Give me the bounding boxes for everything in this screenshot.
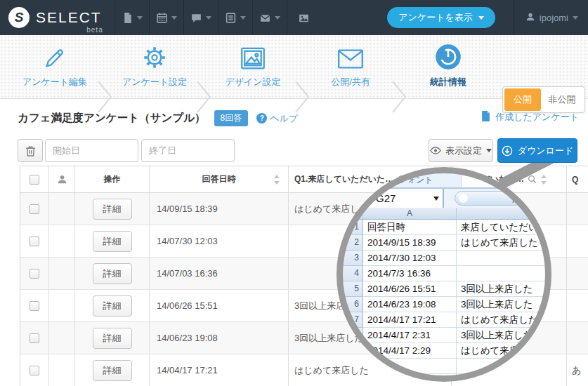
q3-answer xyxy=(567,290,588,321)
navbar-right: アンケートを表示 ipojomi xyxy=(387,0,588,35)
select-all-checkbox[interactable] xyxy=(30,175,39,185)
envelope-icon xyxy=(259,12,271,24)
row-checkbox[interactable] xyxy=(30,237,39,246)
header-response-datetime: 回答日時 xyxy=(150,166,289,192)
sort-icon[interactable] xyxy=(273,175,280,185)
display-settings-button[interactable]: 表示設定 xyxy=(429,139,493,162)
excel-row: 32014/7/30 12:03 xyxy=(342,251,546,266)
brand-beta-label: beta xyxy=(86,26,103,34)
download-icon xyxy=(502,145,513,157)
excel-row: 42014/7/3 16:36 xyxy=(342,266,546,281)
file-icon xyxy=(481,111,490,124)
page-title: カフェ満足度アンケート（サンプル） xyxy=(18,111,206,126)
chevron-down-icon xyxy=(486,149,492,152)
list-icon xyxy=(225,12,237,24)
top-navbar: S SELECTbeta アンケートを表示 xyxy=(0,0,588,35)
magnifier-preview: フォント G27 f A 1回答日時来店していただい… 22014/9/15 1… xyxy=(342,173,546,376)
question-icon: ? xyxy=(256,113,267,124)
start-date-input[interactable] xyxy=(45,139,138,162)
gear-icon xyxy=(105,42,204,70)
table-row: 詳細 14/04/17 17:21 はじめて来店した あ xyxy=(20,354,588,386)
q3-answer: あ xyxy=(567,354,588,386)
response-datetime: 14/06/26 15:51 xyxy=(150,290,289,321)
step-publish-share[interactable]: 公開/共有 xyxy=(301,42,400,88)
q3-answer xyxy=(567,225,588,257)
user-icon xyxy=(57,174,67,185)
nav-calendar-button[interactable] xyxy=(149,0,183,35)
help-link[interactable]: ? ヘルプ xyxy=(256,112,298,125)
response-datetime: 14/07/30 12:03 xyxy=(150,225,289,257)
row-checkbox[interactable] xyxy=(30,333,39,343)
pencil-icon xyxy=(6,42,104,70)
header-user xyxy=(49,166,75,192)
excel-row: 62014/6/23 19:083回以上来店した xyxy=(342,297,546,312)
step-survey-settings[interactable]: アンケート設定 xyxy=(105,42,204,88)
nav-forms-button[interactable] xyxy=(218,0,252,35)
row-checkbox[interactable] xyxy=(30,366,39,375)
logo-icon: S xyxy=(8,7,30,28)
nav-comments-button[interactable] xyxy=(183,0,218,35)
user-icon xyxy=(525,12,535,24)
step-edit-survey[interactable]: アンケート編集 xyxy=(6,42,104,88)
step-design-settings[interactable]: デザイン設定 xyxy=(204,42,302,88)
nav-mail-button[interactable] xyxy=(252,0,287,35)
trash-icon xyxy=(25,145,36,157)
excel-column-a-header: A xyxy=(363,208,457,219)
image-icon xyxy=(298,12,310,24)
title-row: カフェ満足度アンケート（サンプル） 8回答 ? ヘルプ 作成したアンケート xyxy=(0,100,588,136)
chevron-down-icon xyxy=(171,16,177,20)
header-select-all xyxy=(20,166,49,192)
step-statistics[interactable]: 統計情報 xyxy=(399,42,497,88)
chevron-down-icon xyxy=(433,197,439,201)
response-datetime: 14/07/03 16:36 xyxy=(150,258,289,289)
document-icon xyxy=(122,12,133,24)
chevron-down-icon xyxy=(275,16,280,20)
brand-logo[interactable]: S SELECTbeta xyxy=(0,0,115,35)
answer-count-badge: 8回答 xyxy=(214,110,249,126)
envelope-icon xyxy=(301,42,400,70)
pie-chart-icon xyxy=(399,42,497,70)
brand-name: SELECTbeta xyxy=(36,9,102,26)
row-checkbox[interactable] xyxy=(30,269,39,279)
speech-bubble-icon xyxy=(190,12,202,24)
response-datetime: 14/04/17 17:21 xyxy=(150,354,289,386)
delete-button[interactable] xyxy=(18,139,43,162)
detail-button[interactable]: 詳細 xyxy=(93,231,132,252)
download-button[interactable]: ダウンロード xyxy=(497,138,577,163)
app-window: S SELECTbeta アンケートを表示 xyxy=(0,0,588,386)
table-header-row: 操作 回答日時 Q1.来店していただいた… いただいた商… Q xyxy=(20,166,588,193)
eye-icon xyxy=(430,147,441,154)
q3-answer xyxy=(567,193,588,225)
response-datetime: 14/09/15 18:39 xyxy=(150,193,289,225)
q3-answer xyxy=(567,258,588,289)
header-q3: Q xyxy=(567,166,588,192)
row-checkbox[interactable] xyxy=(30,301,39,311)
list-toolbar: 表示設定 ダウンロード xyxy=(0,136,588,166)
created-surveys-link[interactable]: 作成したアンケート xyxy=(481,111,579,124)
workflow-steps-bar: アンケート編集 アンケート設定 デザイン設定 公開/共有 統計情報 公開 非公開 xyxy=(0,35,588,99)
header-operation: 操作 xyxy=(75,166,150,192)
excel-column-headers: A xyxy=(342,208,546,220)
search-icon[interactable] xyxy=(528,175,537,184)
response-datetime: 14/06/23 19:08 xyxy=(150,322,289,354)
username: ipojomi xyxy=(540,13,568,23)
nav-document-button[interactable] xyxy=(115,0,149,35)
chevron-down-icon xyxy=(478,16,484,20)
detail-button[interactable]: 詳細 xyxy=(93,328,132,349)
chevron-down-icon xyxy=(137,16,143,20)
row-checkbox[interactable] xyxy=(30,204,39,214)
excel-row: 1回答日時来店していただい… xyxy=(342,220,546,235)
detail-button[interactable]: 詳細 xyxy=(93,360,132,381)
excel-row: 52014/6/26 15:513回以上来店した xyxy=(342,281,546,297)
sort-icon[interactable] xyxy=(540,175,547,185)
detail-button[interactable]: 詳細 xyxy=(93,199,132,220)
view-survey-button[interactable]: アンケートを表示 xyxy=(387,7,495,28)
detail-button[interactable]: 詳細 xyxy=(93,263,132,284)
excel-row: 72014/4/17 17:21はじめて来店した xyxy=(342,312,546,328)
nav-image-button[interactable] xyxy=(287,0,321,35)
user-menu[interactable]: ipojomi xyxy=(514,0,588,35)
end-date-input[interactable] xyxy=(141,139,235,162)
detail-button[interactable]: 詳細 xyxy=(93,295,132,317)
chevron-down-icon xyxy=(573,16,578,20)
chevron-down-icon xyxy=(206,16,211,20)
